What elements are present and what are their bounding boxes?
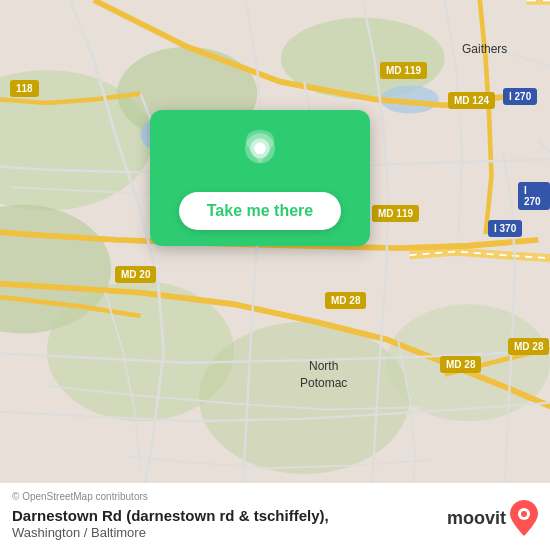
moovit-marker-icon — [510, 500, 538, 536]
road-label-md118: 118 — [10, 80, 39, 97]
svg-point-14 — [521, 511, 527, 517]
road-label-i270-top: I 270 — [503, 88, 537, 105]
road-label-md28-far: MD 28 — [508, 338, 549, 355]
moovit-text: moovit — [447, 508, 506, 529]
map-svg — [0, 0, 550, 550]
place-label-north-potomac: NorthPotomac — [300, 358, 347, 392]
road-label-md124: MD 124 — [448, 92, 495, 109]
bottom-bar: © OpenStreetMap contributors Darnestown … — [0, 483, 550, 551]
road-label-md28-center: MD 28 — [325, 292, 366, 309]
road-label-md119-top: MD 119 — [380, 62, 427, 79]
take-me-there-button[interactable]: Take me there — [179, 192, 341, 230]
location-card: Take me there — [150, 110, 370, 246]
moovit-logo: moovit — [447, 500, 538, 536]
road-label-i370: I 370 — [488, 220, 522, 237]
map-container: MD 119 MD 119 MD 124 MD 28 MD 28 MD 28 M… — [0, 0, 550, 550]
road-label-md20: MD 20 — [115, 266, 156, 283]
place-label-gaithers: Gaithers — [462, 42, 507, 56]
road-label-md119-mid: MD 119 — [372, 205, 419, 222]
road-label-i270-mid: I 270 — [518, 182, 550, 210]
road-label-md28-right: MD 28 — [440, 356, 481, 373]
location-pin-icon — [235, 130, 285, 180]
